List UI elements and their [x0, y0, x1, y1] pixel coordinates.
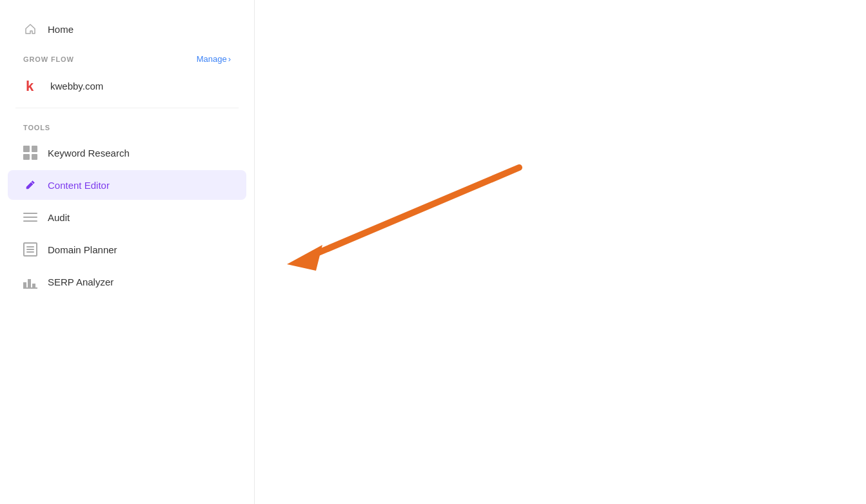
- sidebar-item-audit[interactable]: Audit: [8, 202, 246, 232]
- chart-icon: [23, 275, 37, 289]
- keyword-research-label: Keyword Research: [48, 148, 130, 159]
- site-item-kwebby[interactable]: k kwebby.com: [8, 70, 246, 101]
- sidebar: Home GROW FLOW Manage › k kwebby.com TOO…: [0, 0, 255, 504]
- home-icon: [23, 22, 37, 36]
- lines-icon: [23, 210, 37, 224]
- domain-planner-label: Domain Planner: [48, 244, 117, 255]
- sidebar-item-content-editor[interactable]: Content Editor: [8, 170, 246, 200]
- sidebar-item-domain-planner[interactable]: Domain Planner: [8, 235, 246, 264]
- pencil-icon: [23, 178, 37, 192]
- kwebby-logo-icon: k: [23, 77, 41, 95]
- divider-1: [15, 108, 239, 108]
- content-editor-label: Content Editor: [48, 180, 110, 191]
- doc-icon: [23, 242, 37, 257]
- grow-flow-label: GROW FLOW: [23, 55, 74, 63]
- grid-icon: [23, 146, 37, 160]
- svg-line-1: [306, 168, 519, 258]
- svg-text:k: k: [26, 78, 34, 94]
- svg-marker-2: [287, 245, 322, 271]
- grow-flow-header: GROW FLOW Manage ›: [8, 49, 246, 69]
- main-content: [255, 0, 866, 504]
- tools-section-label: TOOLS: [0, 113, 254, 137]
- site-name-label: kwebby.com: [50, 81, 103, 92]
- audit-label: Audit: [48, 212, 70, 223]
- serp-analyzer-label: SERP Analyzer: [48, 276, 113, 287]
- manage-link[interactable]: Manage ›: [197, 54, 231, 64]
- arrow-annotation: [274, 155, 545, 284]
- home-label: Home: [48, 24, 74, 35]
- sidebar-item-keyword-research[interactable]: Keyword Research: [8, 138, 246, 168]
- sidebar-item-serp-analyzer[interactable]: SERP Analyzer: [8, 267, 246, 296]
- sidebar-item-home[interactable]: Home: [8, 14, 246, 44]
